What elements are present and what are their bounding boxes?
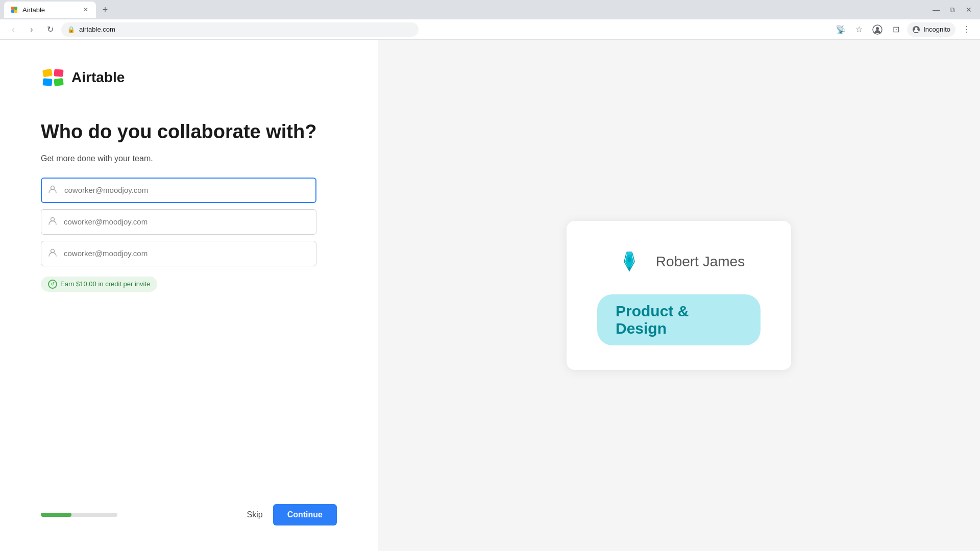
svg-rect-1	[14, 7, 17, 10]
email-input-2[interactable]	[41, 209, 316, 235]
svg-rect-2	[11, 10, 14, 13]
lock-icon: 🔒	[67, 26, 75, 33]
bottom-actions: Skip Continue	[247, 504, 337, 525]
credit-icon: ↺	[48, 280, 57, 289]
tab-close-button[interactable]: ✕	[82, 6, 90, 14]
credit-badge-text: Earn $10.00 in credit per invite	[60, 280, 150, 288]
left-panel: Airtable Who do you collaborate with? Ge…	[0, 40, 378, 551]
skip-button[interactable]: Skip	[247, 510, 263, 519]
user-icon-1	[48, 185, 57, 196]
email-input-wrapper-2	[41, 209, 337, 235]
svg-rect-11	[54, 78, 64, 86]
new-tab-button[interactable]: +	[98, 3, 112, 17]
tab-favicon-icon	[10, 6, 18, 14]
svg-rect-9	[54, 69, 63, 77]
forward-button[interactable]: ›	[24, 22, 39, 37]
restore-button[interactable]: ⧉	[945, 3, 960, 17]
email-input-3[interactable]	[41, 241, 316, 266]
progress-bar-fill	[41, 513, 71, 517]
minimize-button[interactable]: —	[929, 3, 943, 17]
svg-point-7	[915, 27, 918, 30]
continue-button[interactable]: Continue	[273, 504, 337, 525]
svg-point-16	[628, 257, 631, 262]
cast-icon[interactable]: 📡	[834, 22, 848, 37]
email-input-wrapper-1	[41, 178, 337, 203]
email-input-group	[41, 178, 337, 266]
incognito-button[interactable]: Incognito	[907, 22, 955, 37]
svg-rect-0	[11, 7, 14, 10]
credit-badge: ↺ Earn $10.00 in credit per invite	[41, 277, 157, 292]
svg-rect-3	[14, 10, 17, 13]
form-title: Who do you collaborate with?	[41, 120, 337, 144]
svg-rect-8	[42, 69, 53, 78]
close-window-button[interactable]: ✕	[962, 3, 976, 17]
svg-rect-15	[626, 252, 632, 255]
address-bar[interactable]: 🔒 airtable.com	[61, 22, 419, 37]
profile-icon[interactable]	[870, 22, 885, 37]
bottom-bar: Skip Continue	[41, 504, 337, 525]
preview-card-name: Robert James	[656, 254, 745, 270]
nav-right-controls: 📡 ☆ ⊡ Incognito ⋮	[834, 22, 974, 37]
title-bar: Airtable ✕ + — ⧉ ✕	[0, 0, 980, 19]
back-button[interactable]: ‹	[6, 22, 20, 37]
navigation-bar: ‹ › ↻ 🔒 airtable.com 📡 ☆ ⊡	[0, 19, 980, 40]
browser-chrome: Airtable ✕ + — ⧉ ✕ ‹ › ↻ 🔒 airtable.com …	[0, 0, 980, 40]
window-controls: — ⧉ ✕	[929, 3, 976, 17]
tab-title-label: Airtable	[22, 6, 45, 14]
incognito-label: Incognito	[923, 26, 950, 33]
logo-text: Airtable	[71, 69, 125, 86]
browser-tab[interactable]: Airtable ✕	[4, 2, 96, 18]
pen-icon	[613, 245, 646, 278]
bookmark-icon[interactable]: ☆	[852, 22, 866, 37]
progress-bar	[41, 513, 117, 517]
logo-container: Airtable	[41, 65, 337, 90]
svg-rect-10	[42, 78, 52, 86]
preview-card-badge: Product & Design	[597, 294, 761, 345]
split-screen-icon[interactable]: ⊡	[889, 22, 903, 37]
airtable-logo-icon	[41, 65, 65, 90]
page-container: Airtable Who do you collaborate with? Ge…	[0, 40, 980, 551]
user-icon-3	[48, 248, 57, 259]
email-input-1[interactable]	[41, 178, 316, 203]
form-subtitle: Get more done with your team.	[41, 154, 337, 163]
reload-button[interactable]: ↻	[43, 22, 57, 37]
user-icon-2	[48, 216, 57, 228]
preview-card-top: Robert James	[613, 245, 745, 278]
url-text: airtable.com	[79, 26, 115, 33]
svg-point-5	[876, 27, 879, 30]
more-menu-icon[interactable]: ⋮	[960, 22, 974, 37]
email-input-wrapper-3	[41, 241, 337, 266]
right-panel: Robert James Product & Design	[378, 40, 980, 551]
preview-card: Robert James Product & Design	[567, 221, 791, 370]
